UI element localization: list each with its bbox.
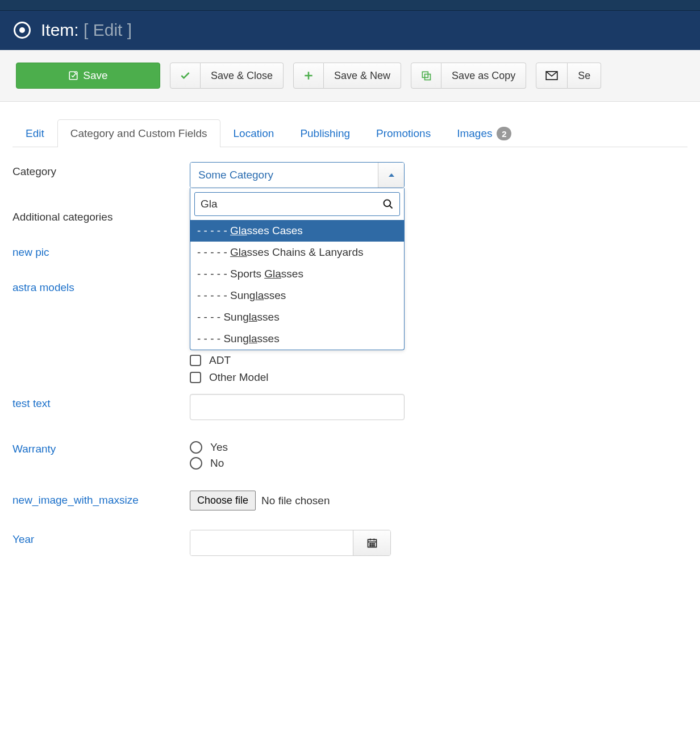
category-option-list: - - - - - Glasses Cases- - - - - Glasses… [190, 220, 404, 350]
file-control: Choose file No file chosen [190, 491, 330, 510]
row-test-text: test text [13, 394, 688, 420]
radio-icon[interactable] [190, 457, 202, 470]
search-icon [382, 198, 394, 210]
tab-publishing[interactable]: Publishing [287, 119, 363, 147]
test-text-input[interactable] [190, 394, 405, 420]
label-warranty[interactable]: Warranty [13, 439, 190, 455]
save-close-group: Save & Close [170, 63, 284, 89]
check-icon [180, 70, 191, 81]
category-search-wrap [190, 188, 404, 220]
calendar-icon [366, 537, 378, 549]
category-option[interactable]: - - - - - Glasses Chains & Lanyards [190, 242, 404, 263]
row-category: Category Some Category - - - - - Glasses… [13, 162, 688, 188]
category-control: Some Category - - - - - Glasses Cases- -… [190, 162, 405, 188]
tab-images[interactable]: Images 2 [444, 119, 524, 147]
category-search-field[interactable] [194, 192, 400, 216]
send-group: Se [536, 63, 601, 89]
save-copy-group: Save as Copy [411, 63, 526, 89]
copy-icon [420, 70, 432, 81]
category-option[interactable]: - - - - - Sports Glasses [190, 263, 404, 285]
row-year: Year [13, 530, 688, 556]
row-warranty: Warranty YesNo [13, 439, 688, 471]
save-new-label: Save & New [334, 70, 390, 82]
save-copy-label: Save as Copy [452, 70, 515, 82]
row-new-image: new_image_with_maxsize Choose file No fi… [13, 491, 688, 510]
category-dropdown: - - - - - Glasses Cases- - - - - Glasses… [190, 188, 405, 350]
label-additional-categories: Additional categories [13, 207, 190, 223]
save-copy-button[interactable]: Save as Copy [441, 63, 526, 89]
label-new-image[interactable]: new_image_with_maxsize [13, 491, 190, 506]
category-selected-value: Some Category [190, 163, 378, 188]
svg-point-10 [372, 545, 373, 546]
save-new-icon-button[interactable] [293, 63, 324, 89]
category-toggle-button[interactable] [378, 163, 404, 188]
warranty-option[interactable]: No [190, 455, 228, 471]
year-calendar-button[interactable] [353, 530, 390, 555]
svg-point-9 [369, 545, 370, 546]
save-new-group: Save & New [293, 63, 401, 89]
plus-icon [303, 70, 314, 81]
warranty-label: No [210, 457, 224, 470]
checkbox-icon[interactable] [190, 355, 201, 366]
send-icon-button[interactable] [536, 63, 568, 89]
year-control [190, 530, 391, 556]
astra-model-label: ADT [209, 354, 231, 367]
send-label: Se [578, 70, 590, 82]
title-prefix: Item: [41, 20, 79, 39]
astra-model-option[interactable]: Other Model [190, 369, 269, 386]
warranty-control: YesNo [190, 439, 228, 471]
label-new-pic[interactable]: new pic [13, 243, 190, 259]
save-new-button[interactable]: Save & New [324, 63, 401, 89]
warranty-option[interactable]: Yes [190, 439, 228, 455]
tab-edit[interactable]: Edit [13, 119, 57, 147]
category-combobox[interactable]: Some Category [190, 162, 405, 188]
caret-up-icon [389, 173, 394, 177]
radio-icon[interactable] [190, 441, 202, 454]
page-title: Item: [ Edit ] [41, 20, 132, 40]
save-button[interactable]: Save [16, 63, 160, 89]
svg-point-7 [372, 543, 373, 545]
tab-bar: Edit Category and Custom Fields Location… [13, 119, 688, 147]
save-close-label: Save & Close [211, 70, 273, 82]
label-astra-models[interactable]: astra models [13, 278, 190, 294]
images-count-badge: 2 [497, 127, 511, 140]
title-edit-suffix: [ Edit ] [84, 20, 132, 39]
save-label: Save [83, 69, 107, 82]
year-input[interactable] [190, 530, 353, 555]
label-year[interactable]: Year [13, 530, 190, 546]
svg-point-8 [373, 543, 374, 545]
astra-model-label: Other Model [209, 371, 269, 384]
action-toolbar: Save Save & Close Save & New Save as Cop… [0, 50, 700, 102]
astra-model-option[interactable]: ADT [190, 352, 269, 369]
tab-location[interactable]: Location [220, 119, 288, 147]
save-copy-icon-button[interactable] [411, 63, 441, 89]
item-target-icon [14, 22, 31, 39]
svg-point-6 [369, 543, 370, 545]
category-option[interactable]: - - - - Sunglasses [190, 306, 404, 328]
checkbox-icon[interactable] [190, 372, 201, 383]
choose-file-button[interactable]: Choose file [190, 491, 256, 510]
svg-point-4 [384, 200, 391, 207]
tab-category-custom-fields[interactable]: Category and Custom Fields [57, 119, 220, 147]
category-option[interactable]: - - - - - Sunglasses [190, 285, 404, 306]
svg-rect-0 [70, 72, 78, 80]
save-close-icon-button[interactable] [170, 63, 201, 89]
save-close-button[interactable]: Save & Close [201, 63, 284, 89]
file-status-text: No file chosen [261, 495, 330, 507]
envelope-icon [545, 71, 558, 80]
year-field[interactable] [190, 530, 391, 556]
send-button[interactable]: Se [568, 63, 601, 89]
category-search-input[interactable] [201, 198, 382, 210]
label-test-text[interactable]: test text [13, 394, 190, 410]
category-option[interactable]: - - - - - Glasses Cases [190, 220, 404, 242]
tab-promotions[interactable]: Promotions [363, 119, 444, 147]
category-option[interactable]: - - - - Sunglasses [190, 328, 404, 350]
form-body: Category Some Category - - - - - Glasses… [0, 147, 700, 590]
svg-point-11 [373, 545, 374, 546]
page-header: Item: [ Edit ] [0, 11, 700, 50]
test-text-control [190, 394, 405, 420]
edit-save-icon [68, 70, 78, 81]
label-category: Category [13, 162, 190, 178]
warranty-label: Yes [210, 441, 228, 454]
top-menu-bar [0, 0, 700, 11]
